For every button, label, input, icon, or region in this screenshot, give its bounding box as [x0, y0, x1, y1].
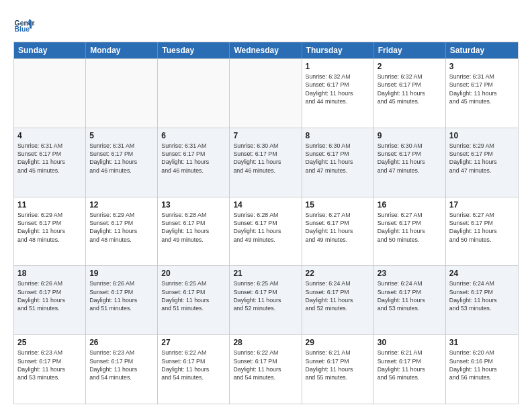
- day-info: Sunrise: 6:30 AM Sunset: 6:17 PM Dayligh…: [233, 142, 298, 175]
- day-number: 13: [161, 200, 226, 210]
- calendar-day-cell: 21Sunrise: 6:25 AM Sunset: 6:17 PM Dayli…: [230, 266, 302, 334]
- calendar-day-cell: 14Sunrise: 6:28 AM Sunset: 6:17 PM Dayli…: [230, 197, 302, 266]
- day-number: 24: [449, 269, 515, 278]
- day-info: Sunrise: 6:25 AM Sunset: 6:17 PM Dayligh…: [233, 279, 298, 312]
- calendar-week-row: 1Sunrise: 6:32 AM Sunset: 6:17 PM Daylig…: [14, 58, 518, 128]
- day-info: Sunrise: 6:31 AM Sunset: 6:17 PM Dayligh…: [17, 142, 82, 175]
- calendar: SundayMondayTuesdayWednesdayThursdayFrid…: [13, 42, 519, 404]
- day-info: Sunrise: 6:24 AM Sunset: 6:17 PM Dayligh…: [306, 279, 370, 312]
- day-number: 7: [233, 131, 298, 140]
- calendar-day-cell: 25Sunrise: 6:23 AM Sunset: 6:17 PM Dayli…: [14, 335, 86, 404]
- calendar-day-cell: 31Sunrise: 6:20 AM Sunset: 6:16 PM Dayli…: [446, 335, 518, 404]
- day-number: 27: [161, 338, 226, 347]
- calendar-day-header: Tuesday: [158, 42, 230, 58]
- calendar-week-row: 18Sunrise: 6:26 AM Sunset: 6:17 PM Dayli…: [14, 265, 518, 334]
- page-header: General Blue: [13, 11, 519, 35]
- calendar-day-header: Monday: [86, 42, 158, 58]
- calendar-day-header: Saturday: [446, 42, 518, 58]
- day-number: 5: [89, 131, 154, 140]
- calendar-day-cell: [86, 59, 158, 128]
- day-number: 18: [17, 269, 82, 278]
- day-info: Sunrise: 6:31 AM Sunset: 6:17 PM Dayligh…: [161, 142, 226, 175]
- day-number: 25: [17, 338, 82, 347]
- calendar-day-cell: 16Sunrise: 6:27 AM Sunset: 6:17 PM Dayli…: [374, 197, 446, 266]
- day-number: 30: [378, 338, 442, 347]
- day-number: 23: [378, 269, 442, 278]
- svg-text:Blue: Blue: [15, 26, 30, 33]
- calendar-day-header: Thursday: [302, 42, 374, 58]
- day-info: Sunrise: 6:27 AM Sunset: 6:17 PM Dayligh…: [449, 211, 515, 244]
- calendar-day-cell: 15Sunrise: 6:27 AM Sunset: 6:17 PM Dayli…: [302, 197, 374, 266]
- day-number: 11: [17, 200, 82, 210]
- day-info: Sunrise: 6:22 AM Sunset: 6:17 PM Dayligh…: [161, 349, 226, 381]
- calendar-day-cell: 3Sunrise: 6:31 AM Sunset: 6:17 PM Daylig…: [446, 59, 518, 128]
- day-info: Sunrise: 6:32 AM Sunset: 6:17 PM Dayligh…: [306, 73, 370, 105]
- day-info: Sunrise: 6:26 AM Sunset: 6:17 PM Dayligh…: [89, 279, 154, 312]
- day-number: 21: [233, 269, 298, 278]
- calendar-day-cell: 24Sunrise: 6:24 AM Sunset: 6:17 PM Dayli…: [446, 266, 518, 334]
- calendar-day-cell: 22Sunrise: 6:24 AM Sunset: 6:17 PM Dayli…: [302, 266, 374, 334]
- day-info: Sunrise: 6:29 AM Sunset: 6:17 PM Dayligh…: [17, 211, 82, 244]
- day-info: Sunrise: 6:24 AM Sunset: 6:17 PM Dayligh…: [378, 279, 442, 312]
- day-info: Sunrise: 6:23 AM Sunset: 6:17 PM Dayligh…: [89, 349, 154, 381]
- day-info: Sunrise: 6:22 AM Sunset: 6:17 PM Dayligh…: [233, 349, 298, 381]
- day-number: 3: [449, 62, 515, 71]
- day-number: 19: [89, 269, 154, 278]
- calendar-day-cell: 5Sunrise: 6:31 AM Sunset: 6:17 PM Daylig…: [86, 128, 158, 197]
- calendar-header-row: SundayMondayTuesdayWednesdayThursdayFrid…: [14, 42, 518, 58]
- calendar-day-header: Wednesday: [230, 42, 302, 58]
- day-info: Sunrise: 6:29 AM Sunset: 6:17 PM Dayligh…: [449, 142, 515, 175]
- calendar-day-cell: [158, 59, 230, 128]
- day-number: 20: [161, 269, 226, 278]
- day-info: Sunrise: 6:20 AM Sunset: 6:16 PM Dayligh…: [449, 349, 515, 381]
- day-number: 12: [89, 200, 154, 210]
- day-info: Sunrise: 6:32 AM Sunset: 6:17 PM Dayligh…: [378, 73, 442, 105]
- day-number: 1: [306, 62, 370, 71]
- calendar-day-cell: [14, 59, 86, 128]
- day-info: Sunrise: 6:26 AM Sunset: 6:17 PM Dayligh…: [17, 279, 82, 312]
- calendar-week-row: 11Sunrise: 6:29 AM Sunset: 6:17 PM Dayli…: [14, 197, 518, 266]
- day-number: 9: [378, 131, 442, 140]
- calendar-day-cell: 23Sunrise: 6:24 AM Sunset: 6:17 PM Dayli…: [374, 266, 446, 334]
- day-info: Sunrise: 6:27 AM Sunset: 6:17 PM Dayligh…: [306, 211, 370, 244]
- day-number: 4: [17, 131, 82, 140]
- calendar-day-cell: 7Sunrise: 6:30 AM Sunset: 6:17 PM Daylig…: [230, 128, 302, 197]
- calendar-day-cell: 8Sunrise: 6:30 AM Sunset: 6:17 PM Daylig…: [302, 128, 374, 197]
- calendar-day-cell: 9Sunrise: 6:30 AM Sunset: 6:17 PM Daylig…: [374, 128, 446, 197]
- day-number: 16: [378, 200, 442, 210]
- calendar-day-cell: 10Sunrise: 6:29 AM Sunset: 6:17 PM Dayli…: [446, 128, 518, 197]
- calendar-day-cell: 19Sunrise: 6:26 AM Sunset: 6:17 PM Dayli…: [86, 266, 158, 334]
- calendar-day-cell: 4Sunrise: 6:31 AM Sunset: 6:17 PM Daylig…: [14, 128, 86, 197]
- calendar-day-cell: 30Sunrise: 6:21 AM Sunset: 6:17 PM Dayli…: [374, 335, 446, 404]
- day-info: Sunrise: 6:31 AM Sunset: 6:17 PM Dayligh…: [449, 73, 515, 105]
- day-number: 29: [306, 338, 370, 347]
- day-number: 22: [306, 269, 370, 278]
- calendar-day-cell: 18Sunrise: 6:26 AM Sunset: 6:17 PM Dayli…: [14, 266, 86, 334]
- calendar-day-cell: 11Sunrise: 6:29 AM Sunset: 6:17 PM Dayli…: [14, 197, 86, 266]
- logo: General Blue: [13, 13, 35, 35]
- day-info: Sunrise: 6:23 AM Sunset: 6:17 PM Dayligh…: [17, 349, 82, 381]
- day-number: 8: [306, 131, 370, 140]
- day-info: Sunrise: 6:21 AM Sunset: 6:17 PM Dayligh…: [378, 349, 442, 381]
- day-number: 10: [449, 131, 515, 140]
- day-info: Sunrise: 6:28 AM Sunset: 6:17 PM Dayligh…: [233, 211, 298, 244]
- calendar-day-header: Sunday: [14, 42, 86, 58]
- logo-icon: General Blue: [13, 13, 35, 35]
- calendar-day-cell: 27Sunrise: 6:22 AM Sunset: 6:17 PM Dayli…: [158, 335, 230, 404]
- day-number: 2: [378, 62, 442, 71]
- calendar-day-cell: 29Sunrise: 6:21 AM Sunset: 6:17 PM Dayli…: [302, 335, 374, 404]
- day-number: 17: [449, 200, 515, 210]
- day-number: 6: [161, 131, 226, 140]
- calendar-day-cell: 28Sunrise: 6:22 AM Sunset: 6:17 PM Dayli…: [230, 335, 302, 404]
- calendar-week-row: 4Sunrise: 6:31 AM Sunset: 6:17 PM Daylig…: [14, 128, 518, 197]
- calendar-day-cell: 6Sunrise: 6:31 AM Sunset: 6:17 PM Daylig…: [158, 128, 230, 197]
- day-info: Sunrise: 6:27 AM Sunset: 6:17 PM Dayligh…: [378, 211, 442, 244]
- day-info: Sunrise: 6:30 AM Sunset: 6:17 PM Dayligh…: [306, 142, 370, 175]
- day-info: Sunrise: 6:21 AM Sunset: 6:17 PM Dayligh…: [306, 349, 370, 381]
- day-info: Sunrise: 6:28 AM Sunset: 6:17 PM Dayligh…: [161, 211, 226, 244]
- calendar-day-cell: 12Sunrise: 6:29 AM Sunset: 6:17 PM Dayli…: [86, 197, 158, 266]
- calendar-day-cell: 1Sunrise: 6:32 AM Sunset: 6:17 PM Daylig…: [302, 59, 374, 128]
- calendar-day-cell: 13Sunrise: 6:28 AM Sunset: 6:17 PM Dayli…: [158, 197, 230, 266]
- day-number: 31: [449, 338, 515, 347]
- day-number: 14: [233, 200, 298, 210]
